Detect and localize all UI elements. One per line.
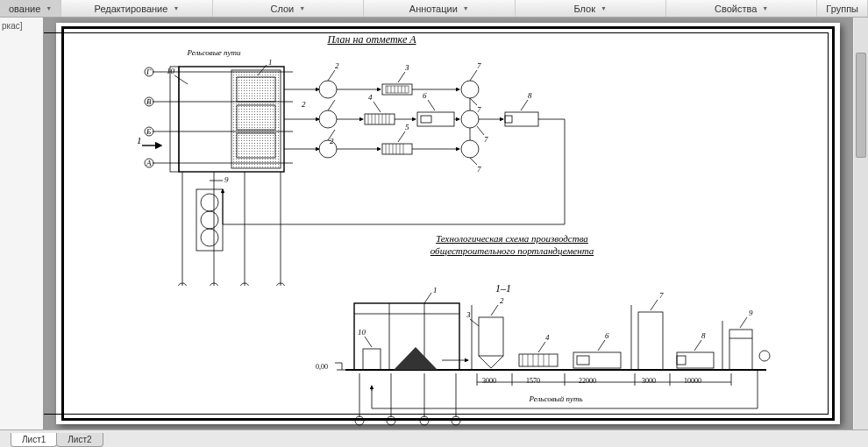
chevron-down-icon: ▼ bbox=[46, 5, 52, 11]
plan-diagram: Г В Б А 1 bbox=[109, 58, 600, 286]
label-rails: Рельсовые пути bbox=[179, 49, 249, 57]
tab-sheet2[interactable]: Лист2 bbox=[56, 433, 103, 447]
svg-point-89 bbox=[461, 140, 479, 158]
svg-text:1: 1 bbox=[268, 58, 273, 67]
svg-text:3: 3 bbox=[404, 63, 409, 72]
svg-text:7: 7 bbox=[477, 61, 481, 70]
menu-properties[interactable]: Свойства▼ bbox=[666, 0, 817, 17]
svg-rect-113 bbox=[573, 352, 621, 368]
dim-4: 3000 bbox=[642, 377, 656, 385]
chevron-down-icon: ▼ bbox=[299, 5, 305, 11]
svg-rect-119 bbox=[677, 356, 686, 365]
menu-label: Блок bbox=[573, 4, 595, 14]
tab-label: Лист1 bbox=[22, 435, 46, 444]
menu-groups[interactable]: Группы bbox=[817, 0, 868, 17]
svg-rect-67 bbox=[421, 116, 431, 123]
svg-text:В: В bbox=[146, 97, 152, 106]
menu-label: Группы bbox=[826, 4, 858, 14]
svg-text:Б: Б bbox=[146, 127, 152, 136]
left-panel: ркас] bbox=[0, 18, 44, 429]
svg-rect-2 bbox=[170, 67, 179, 172]
svg-point-31 bbox=[201, 229, 218, 246]
sheet-tabs: Лист1 Лист2 bbox=[0, 429, 868, 447]
vertical-scrollbar[interactable] bbox=[854, 18, 868, 429]
svg-text:7: 7 bbox=[477, 165, 481, 174]
svg-text:10: 10 bbox=[358, 328, 366, 337]
svg-point-77 bbox=[319, 140, 337, 158]
menu-annotations[interactable]: Аннотации▼ bbox=[364, 0, 515, 17]
menu-block[interactable]: Блок▼ bbox=[516, 0, 666, 17]
svg-text:6: 6 bbox=[423, 91, 427, 100]
svg-text:6: 6 bbox=[605, 331, 609, 340]
svg-rect-102 bbox=[479, 317, 503, 356]
menu-label: Слои bbox=[271, 4, 295, 14]
svg-text:8: 8 bbox=[701, 331, 706, 340]
label-zero: 0,00 bbox=[316, 363, 328, 371]
svg-text:Г: Г bbox=[146, 67, 152, 76]
svg-point-123 bbox=[759, 351, 770, 361]
dim-3: 22000 bbox=[579, 377, 596, 385]
tab-sheet1[interactable]: Лист1 bbox=[11, 433, 57, 447]
svg-text:8: 8 bbox=[528, 91, 532, 100]
svg-text:9: 9 bbox=[749, 309, 753, 317]
svg-rect-98 bbox=[363, 349, 381, 370]
svg-point-53 bbox=[319, 110, 337, 128]
workarea: ркас] План на отметке А Рельсовые пути Т… bbox=[0, 18, 868, 429]
svg-text:4: 4 bbox=[368, 93, 373, 102]
svg-point-49 bbox=[461, 81, 479, 98]
svg-point-30 bbox=[201, 211, 218, 229]
svg-rect-73 bbox=[505, 116, 512, 123]
menu-edit[interactable]: Редактирование▼ bbox=[61, 0, 212, 17]
svg-point-138 bbox=[387, 416, 395, 425]
svg-rect-80 bbox=[382, 144, 412, 154]
svg-point-136 bbox=[355, 416, 364, 425]
dim-1: 3000 bbox=[482, 377, 496, 385]
chevron-down-icon: ▼ bbox=[463, 5, 469, 11]
svg-text:5: 5 bbox=[405, 123, 409, 131]
dim-2: 1570 bbox=[526, 377, 540, 385]
section-diagram: 10 1 2 3 4 bbox=[293, 286, 784, 426]
top-toolbar: ование▼ Редактирование▼ Слои▼ Аннотации▼… bbox=[0, 0, 868, 18]
menu-label: Редактирование bbox=[95, 4, 168, 14]
svg-text:7: 7 bbox=[477, 105, 481, 114]
drawing-content: План на отметке А Рельсовые пути Техноло… bbox=[56, 23, 840, 424]
svg-rect-72 bbox=[505, 112, 538, 126]
svg-point-140 bbox=[420, 416, 429, 425]
svg-text:7: 7 bbox=[659, 291, 664, 300]
svg-rect-114 bbox=[577, 356, 589, 365]
svg-point-29 bbox=[201, 194, 218, 211]
svg-rect-66 bbox=[417, 112, 454, 126]
canvas[interactable]: План на отметке А Рельсовые пути Техноло… bbox=[44, 18, 852, 429]
chevron-down-icon: ▼ bbox=[601, 5, 607, 11]
menu-layers[interactable]: Слои▼ bbox=[213, 0, 364, 17]
svg-text:7: 7 bbox=[484, 135, 488, 144]
svg-rect-3 bbox=[231, 70, 281, 168]
svg-rect-28 bbox=[196, 189, 223, 251]
svg-text:1: 1 bbox=[137, 135, 142, 145]
scrollbar-thumb[interactable] bbox=[856, 53, 866, 158]
menu-draw[interactable]: ование▼ bbox=[0, 0, 61, 17]
svg-text:2: 2 bbox=[302, 100, 306, 109]
svg-rect-121 bbox=[729, 330, 752, 370]
svg-rect-56 bbox=[365, 114, 395, 124]
right-scroll-area bbox=[852, 18, 868, 429]
menu-label: Аннотации bbox=[409, 4, 458, 14]
svg-text:10: 10 bbox=[167, 67, 175, 75]
svg-text:2: 2 bbox=[500, 296, 504, 305]
chevron-down-icon: ▼ bbox=[173, 5, 179, 11]
menu-label: Свойства bbox=[715, 4, 757, 14]
label-rails2: Рельсовый путь bbox=[503, 394, 608, 403]
svg-text:2: 2 bbox=[330, 137, 334, 145]
title-plan: План на отметке А bbox=[284, 33, 459, 46]
chevron-down-icon: ▼ bbox=[762, 5, 768, 11]
svg-text:4: 4 bbox=[545, 333, 550, 342]
svg-text:2: 2 bbox=[335, 61, 339, 70]
svg-point-142 bbox=[452, 416, 460, 425]
svg-text:3: 3 bbox=[466, 310, 471, 319]
dim-5: 10000 bbox=[684, 377, 701, 385]
svg-rect-118 bbox=[677, 352, 714, 368]
svg-text:1: 1 bbox=[433, 286, 438, 294]
svg-point-70 bbox=[461, 110, 479, 128]
svg-rect-116 bbox=[638, 312, 663, 370]
paper-sheet: План на отметке А Рельсовые пути Техноло… bbox=[56, 23, 840, 424]
